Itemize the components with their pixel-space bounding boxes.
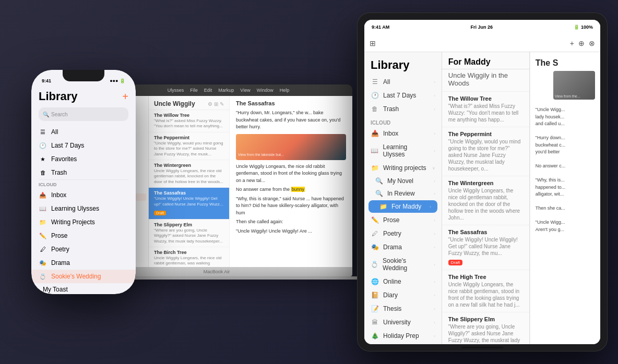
mac-menu-window[interactable]: Window: [257, 88, 274, 93]
mac-sheet-name: The Slippery Elm: [154, 222, 224, 227]
chevron-right-icon: ›: [434, 93, 435, 98]
iphone-row-label: Drama: [51, 259, 70, 266]
mac-sheet-name: The Willow Tree: [154, 113, 224, 118]
ipad-sheet-high-tree[interactable]: The High Tree Uncle Wiggily Longears, th…: [442, 270, 529, 312]
trash-icon: 🗑: [371, 105, 379, 113]
ipad-time: 9:41 AM: [372, 25, 389, 30]
iphone-row-drama[interactable]: 🎭 Drama: [31, 256, 136, 270]
draft-badge: Draft: [154, 211, 166, 215]
mac-sheet-willow-tree[interactable]: The Willow Tree "What is?" asked Miss Fu…: [149, 110, 229, 132]
ipad-sidebar-for-maddy[interactable]: 📁 For Maddy ›: [369, 200, 437, 213]
folder-icon: 📁: [39, 218, 47, 226]
mac-sheet-wintergreen[interactable]: The Wintergreen Uncle Wiggily Longears, …: [149, 160, 229, 188]
iphone-row-my-toast[interactable]: My Toast: [31, 283, 136, 294]
ipad-sidebar-label: Inbox: [383, 130, 398, 137]
sidebar-toggle-icon[interactable]: ⊞: [370, 39, 376, 47]
pen-icon: 🖊: [39, 245, 47, 253]
add-icon[interactable]: +: [570, 39, 574, 47]
iphone-row-learning-ulysses[interactable]: 📖 Learning Ulysses: [31, 202, 136, 215]
ipad-sidebar-label: Trash: [383, 105, 399, 113]
ipad-sheet-peppermint[interactable]: The Peppermint "Uncle Wiggily, would you…: [442, 127, 529, 176]
ipad-sidebar-trash[interactable]: 🗑 Trash ›: [364, 102, 442, 116]
iphone-row-label: Learning Ulysses: [51, 205, 99, 212]
ipad-sidebar-in-review[interactable]: 🔍 In Review ›: [364, 187, 442, 200]
drama-icon: 🎭: [39, 259, 47, 267]
mac-sheet-list: Uncle Wiggily ⚙ ⊞ ✎ The Willow Tree "Wha…: [149, 96, 230, 267]
ipad-sheet-preview: "Where are you going, Uncle Wiggily?" as…: [448, 323, 523, 344]
ipad-sheet-slippery-elm[interactable]: The Slippery Elm "Where are you going, U…: [442, 312, 529, 344]
iphone-content: Library + 🔍 Search ☰ All 🕐 Last 7 Days ★: [31, 86, 136, 294]
iphone-row-poetry[interactable]: 🖊 Poetry: [31, 242, 136, 256]
chevron-right-icon: ›: [434, 245, 435, 250]
ipad-sidebar-all[interactable]: ☰ All ›: [364, 75, 442, 89]
mac-menu-markup[interactable]: Markup: [218, 88, 234, 93]
ipad-sidebar-university[interactable]: 🏛 University ›: [364, 316, 442, 329]
iphone-row-favorites[interactable]: ★ Favorites: [31, 152, 136, 166]
share-icon[interactable]: ⊕: [578, 39, 585, 47]
ipad-sheet-name: The Sassafras: [448, 229, 523, 235]
iphone-row-writing-projects[interactable]: 📁 Writing Projects: [31, 215, 136, 229]
iphone-library-header: Library +: [31, 86, 136, 105]
ipad-sidebar-inbox[interactable]: 📥 Inbox ›: [364, 127, 442, 140]
mac-sheet-peppermint[interactable]: The Peppermint "Uncle Wiggily, would you…: [149, 132, 229, 160]
ipad-sidebar-diary[interactable]: 📔 Diary ›: [364, 288, 442, 302]
mac-sheet-slippery-elm[interactable]: The Slippery Elm "Where are you going, U…: [149, 220, 229, 247]
iphone-library-title: Library: [39, 90, 78, 103]
all-icon: ☰: [371, 78, 379, 86]
iphone-row-prose[interactable]: ✏️ Prose: [31, 229, 136, 242]
ipad-sidebar-writing-projects[interactable]: 📁 Writing projects ∨: [364, 161, 442, 175]
ipad-sidebar-prose[interactable]: ✏️ Prose ›: [364, 213, 442, 227]
ipad-sidebar-learning-ulysses[interactable]: 📖 Learning Ulysses ›: [364, 140, 442, 161]
mac-menu-file[interactable]: File: [190, 88, 198, 93]
ipad-sidebar-label: Sookie's Wedding: [383, 257, 430, 272]
ipad-sheet-preview: Uncle Wiggily Longears, the nice rabbit …: [448, 281, 523, 308]
iphone-row-trash[interactable]: 🗑 Trash: [31, 166, 136, 179]
mac-menu-ulysses[interactable]: Ulysses: [168, 88, 184, 93]
ipad-battery: 🔋 100%: [574, 25, 593, 30]
mac-menu-edit[interactable]: Edit: [204, 88, 212, 93]
iphone-row-last7[interactable]: 🕐 Last 7 Days: [31, 139, 136, 152]
ipad-sidebar-last7[interactable]: 🕐 Last 7 Days ›: [364, 89, 442, 102]
iphone-row-label: Inbox: [51, 191, 66, 199]
ipad-sidebar-holiday-prep[interactable]: 🎄 Holiday Prep ›: [364, 329, 442, 343]
mac-editor-para: "Uncle Wiggily! Uncle Wiggily! Are ...: [236, 228, 346, 235]
iphone-row-sookies-wedding[interactable]: 💍 Sookie's Wedding: [31, 270, 136, 283]
mac-sheet-name: The Sassafras: [154, 190, 224, 196]
iphone-row-label: Prose: [51, 232, 67, 239]
ipad-sheet-willow-tree[interactable]: The Willow Tree "What is?" asked Miss Fu…: [442, 92, 529, 127]
mac-editor-para: Then she called again:: [236, 219, 346, 226]
ipad-sidebar-online[interactable]: 🌐 Online ›: [364, 275, 442, 288]
chevron-right-icon: ›: [434, 107, 435, 112]
mac-menu-help[interactable]: Help: [280, 88, 290, 93]
search-input[interactable]: Search: [51, 112, 68, 117]
ipad-sheet-name: The Peppermint: [448, 131, 523, 137]
ipad-sidebar-drama[interactable]: 🎭 Drama ›: [364, 240, 442, 254]
mac-sheet-sassafras[interactable]: The Sassafras "Uncle Wiggily! Uncle Wigg…: [149, 188, 229, 220]
chevron-right-icon: ›: [434, 280, 435, 284]
iphone-search-bar[interactable]: 🔍 Search: [39, 107, 128, 121]
ipad-sidebar-my-novel[interactable]: 🔍 My Novel ›: [364, 175, 442, 187]
iphone-row-inbox[interactable]: 📥 Inbox: [31, 188, 136, 202]
mac-sheets-icons: ⚙ ⊞ ✎: [208, 101, 224, 107]
inbox-icon: 📥: [39, 191, 47, 199]
ipad-sidebar-sookies-wedding[interactable]: 💍 Sookie's Wedding ›: [364, 254, 442, 275]
chevron-right-icon: ›: [434, 149, 435, 153]
globe-icon: 🌐: [371, 278, 379, 285]
ipad-sheet-sassafras[interactable]: The Sassafras "Uncle Wiggily! Uncle Wigg…: [442, 225, 529, 270]
mac-editor-para: "Why, this is strange," said Nurse ... h…: [236, 196, 346, 217]
search-icon: 🔍: [43, 112, 49, 117]
diary-icon: 📔: [371, 292, 379, 299]
settings-icon[interactable]: ⊗: [589, 39, 595, 47]
mac-sheet-preview: Uncle Wiggily Longears, the nice old gen…: [154, 168, 224, 185]
mac-menu-view[interactable]: View: [240, 88, 250, 93]
ipad-sidebar-label: Last 7 Days: [383, 92, 416, 99]
iphone-row-all[interactable]: ☰ All: [31, 125, 136, 139]
ipad-sidebar-label: Thesis: [383, 305, 401, 312]
mac-editor-heading: The Sassafras: [236, 100, 346, 106]
ipad-sheet-wintergreen[interactable]: The Wintergreen Uncle Wiggily Longears, …: [442, 176, 529, 225]
iphone-add-button[interactable]: +: [122, 91, 128, 103]
ipad-sidebar-office[interactable]: 🏢 Office ›: [364, 343, 442, 344]
ipad-sidebar-thesis[interactable]: 📝 Thesis ›: [364, 302, 442, 316]
ipad-sidebar-poetry[interactable]: 🖊 Poetry ›: [364, 227, 442, 240]
mac-sheet-birch-tree[interactable]: The Birch Tree Uncle Wiggily Longears, t…: [149, 247, 229, 267]
